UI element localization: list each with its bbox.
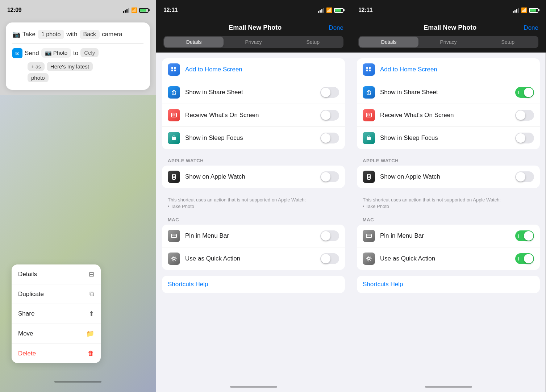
phone-screen-3: 12:11 📶 Email New Photo Done Details Pri… [351,0,546,392]
sleep-toggle-2[interactable] [320,133,339,143]
tab-setup-2[interactable]: Setup [283,37,343,47]
sleep-toggle-3[interactable] [515,133,534,143]
add-home-label-3[interactable]: Add to Home Screen [380,66,437,73]
add-home-icon-3 [363,63,375,76]
row-add-home-3[interactable]: Add to Home Screen [357,58,540,81]
row-quick-action-2: Use as Quick Action [162,247,345,270]
context-item-share[interactable]: Share ⬆ [12,304,101,324]
context-menu: Details ⊟ Duplicate ⧉ Share ⬆ Move 📁 Del… [12,264,101,363]
photo-word-token[interactable]: photo [28,73,49,82]
row-help-3[interactable]: Shortcuts Help [357,276,540,293]
quickaction-icon-3 [363,253,375,265]
menubar-icon-2 [168,230,180,242]
status-time-2: 12:11 [163,7,178,13]
with-label: with [66,31,77,38]
share-sheet-label-3: Show in Share Sheet [380,89,510,96]
tab-details-2[interactable]: Details [164,37,224,47]
row-apple-watch-2: Show on Apple Watch [162,166,345,188]
segment-control-2: Details Privacy Setup [163,36,343,48]
watch-toggle-2[interactable] [320,171,339,182]
watch-note-3: This shortcut uses an action that is not… [357,194,540,214]
row-sleep-focus-2: Show in Sleep Focus [162,127,345,149]
sleep-icon-2 [168,132,180,144]
camera-icon: 📷 [12,30,20,38]
tab-setup-3[interactable]: Setup [478,37,538,47]
context-item-move[interactable]: Move 📁 [12,324,101,344]
add-home-label-2[interactable]: Add to Home Screen [185,66,242,73]
screen-icon-2 [168,109,180,121]
done-button-2[interactable]: Done [329,24,343,32]
status-time-3: 12:11 [358,7,372,13]
action-send-email: ✉ Send 📷 Photo to Cely + as Here's my la… [12,48,143,81]
help-link-2[interactable]: Shortcuts Help [168,281,208,288]
status-icons-2: 📶 [318,7,343,13]
recipient-token[interactable]: Cely [80,48,99,57]
quickaction-icon-2 [168,253,180,265]
status-icons-3: 📶 [513,7,538,13]
svg-rect-2 [171,70,173,71]
photo-token[interactable]: 📷 Photo [41,48,71,58]
tab-privacy-2[interactable]: Privacy [224,37,283,47]
apple-watch-header-3: APPLE WATCH [357,155,540,166]
mac-header-3: MAC [357,214,540,225]
sleep-label-2: Show in Sleep Focus [185,134,315,142]
move-label: Move [18,330,33,337]
svg-rect-18 [367,137,371,140]
camera-type-token[interactable]: Back [80,30,100,39]
tab-details-3[interactable]: Details [359,37,418,47]
details-icon: ⊟ [89,270,94,278]
help-card-3: Shortcuts Help [357,276,540,293]
svg-point-8 [173,176,175,178]
menubar-toggle-2[interactable] [320,230,339,241]
row-add-home-2[interactable]: Add to Home Screen [162,58,345,81]
phone-screen-1: 12:09 📶 📷 Take 1 photo with Back camera [0,0,156,392]
menubar-icon-3 [363,230,375,242]
menubar-toggle-3[interactable]: I [515,230,534,241]
share-label: Share [18,310,34,317]
shortcut-card: 📷 Take 1 photo with Back camera ✉ Send 📷… [6,22,150,90]
menubar-label-3: Pin in Menu Bar [380,232,510,239]
wifi-icon-2: 📶 [326,7,332,13]
quickaction-label-3: Use as Quick Action [380,255,510,262]
message-token[interactable]: Here's my latest [47,62,93,71]
sleep-icon-3 [363,132,375,144]
watch-toggle-3[interactable] [515,171,534,182]
general-card-3: Add to Home Screen Show in Share Sheet I [357,58,540,149]
header-row-2: Email New Photo Done [163,21,343,36]
svg-rect-12 [366,67,368,69]
screen-label-2: Receive What's On Screen [185,112,315,119]
apple-watch-card-2: Show on Apple Watch [162,166,345,188]
status-icons-1: 📶 [123,7,149,13]
email-icon: ✉ [12,48,22,58]
watch-icon-3 [363,171,375,183]
to-label: to [73,50,78,57]
delete-label: Delete [18,350,36,357]
wifi-icon-3: 📶 [521,7,527,13]
action-divider [12,43,143,44]
row-quick-action-3: Use as Quick Action I [357,247,540,270]
context-item-details[interactable]: Details ⊟ [12,264,101,284]
tab-privacy-3[interactable]: Privacy [418,37,478,47]
help-card-2: Shortcuts Help [162,276,345,293]
svg-rect-6 [172,137,176,140]
context-item-duplicate[interactable]: Duplicate ⧉ [12,284,101,304]
context-item-delete[interactable]: Delete 🗑 [12,344,101,363]
svg-point-17 [368,114,370,116]
quickaction-toggle-3[interactable]: I [515,253,534,264]
share-sheet-toggle-2[interactable] [320,87,339,98]
svg-point-23 [368,258,370,260]
screen-toggle-3[interactable] [515,110,534,121]
photo-count-token[interactable]: 1 photo [38,30,64,39]
svg-rect-0 [171,67,173,69]
help-link-3[interactable]: Shortcuts Help [363,281,403,288]
done-button-3[interactable]: Done [524,24,538,32]
svg-rect-21 [366,234,371,238]
apple-watch-header-2: APPLE WATCH [162,155,345,166]
plus-token[interactable]: + as [28,62,45,71]
quickaction-toggle-2[interactable] [320,253,339,264]
screen-label-3: Receive What's On Screen [380,112,510,119]
screen-toggle-2[interactable] [320,110,339,121]
status-bar-1: 12:09 📶 [0,0,156,17]
row-help-2[interactable]: Shortcuts Help [162,276,345,293]
share-sheet-toggle-3[interactable]: I [515,87,534,98]
